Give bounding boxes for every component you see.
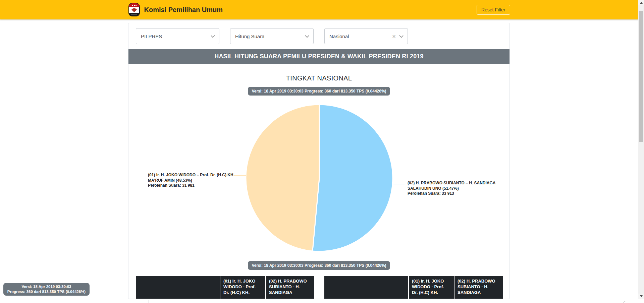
app-header: Komisi Pemilihan Umum Reset Filter: [0, 0, 638, 19]
table-header-empty: [136, 276, 220, 299]
pie-label-line: Perolehan Suara: 33 913: [408, 191, 495, 196]
pie-label-line: Perolehan Suara: 31 981: [148, 183, 234, 188]
progress-badge-bottom: Versi: 18 Apr 2019 03:30:03 Progress: 36…: [248, 261, 390, 270]
page-banner: HASIL HITUNG SUARA PEMILU PRESIDEN & WAK…: [128, 49, 509, 64]
pie-connector-02: [393, 184, 405, 184]
view-mode-value: Hitung Suara: [235, 34, 265, 39]
pie-label-candidate-02: (02) H. PRABOWO SUBIANTO – H. SANDIAGA S…: [408, 181, 495, 196]
table-header-empty: [324, 276, 408, 299]
brand-title: Komisi Pemilihan Umum: [144, 6, 223, 14]
floating-version-line1: Versi: 18 Apr 2019 03:30:03: [5, 284, 88, 289]
pie-connector-01: [234, 175, 246, 176]
pie-label-candidate-01: (01) Ir. H. JOKO WIDODO – Prof. Dr. (H.C…: [148, 173, 234, 188]
reset-filter-button[interactable]: Reset Filter: [477, 5, 510, 15]
kpu-logo[interactable]: [128, 3, 140, 16]
region-value: Nasional: [329, 34, 349, 39]
scrollbar-thumb[interactable]: [639, 11, 643, 142]
bottom-strip-divider: [149, 300, 149, 303]
section-title: TINGKAT NASIONAL: [128, 74, 509, 82]
table-header-candidate-01: (01) Ir. H. JOKO WIDODO - Prof. Dr. (H.C…: [408, 276, 454, 299]
view-mode-select[interactable]: Hitung Suara: [230, 28, 314, 44]
table-header-candidate-02: (02) H. PRABOWO SUBIANTO - H. SANDIAGA: [265, 276, 314, 299]
scroll-down-button[interactable]: [638, 294, 644, 299]
chevron-down-icon: [399, 34, 404, 38]
floating-version-line2: Progress: 360 dari 813.350 TPS (0.04426%…: [5, 289, 88, 294]
pie-slice-02[interactable]: [313, 105, 393, 251]
pie-chart: [242, 101, 396, 255]
results-card: PILPRES Hitung Suara Nasional × HASIL HI…: [128, 23, 510, 299]
results-table-left: (01) Ir. H. JOKO WIDODO - Prof. Dr. (H.C…: [136, 276, 314, 299]
bottom-strip: [0, 299, 644, 303]
floating-version-badge: Versi: 18 Apr 2019 03:30:03 Progress: 36…: [3, 283, 90, 296]
arrow-up-icon: [640, 2, 643, 4]
pie-label-line: (02) H. PRABOWO SUBIANTO – H. SANDIAGA: [408, 181, 495, 186]
election-type-value: PILPRES: [141, 34, 162, 39]
results-table-right: (01) Ir. H. JOKO WIDODO - Prof. Dr. (H.C…: [324, 276, 503, 299]
region-select[interactable]: Nasional ×: [324, 28, 408, 44]
chevron-down-icon: [211, 34, 215, 38]
pie-label-line: SALAHUDIN UNO (51.47%): [408, 186, 495, 191]
arrow-down-icon: [640, 295, 643, 297]
partial-element-fragment: [623, 301, 644, 303]
progress-badge-top: Versi: 18 Apr 2019 03:30:03 Progress: 36…: [248, 87, 390, 96]
pie-label-line: MA'RUF AMIN (48.53%): [148, 178, 234, 183]
table-header-candidate-02: (02) H. PRABOWO SUBIANTO - H. SANDIAGA: [454, 276, 503, 299]
pie-slice-01[interactable]: [246, 105, 319, 251]
clear-icon[interactable]: ×: [392, 33, 396, 40]
table-header-candidate-01: (01) Ir. H. JOKO WIDODO - Prof. Dr. (H.C…: [220, 276, 265, 299]
tables-region: (01) Ir. H. JOKO WIDODO - Prof. Dr. (H.C…: [128, 276, 509, 299]
election-type-select[interactable]: PILPRES: [136, 28, 219, 44]
vertical-scrollbar[interactable]: [638, 0, 644, 299]
scroll-up-button[interactable]: [638, 0, 644, 5]
chevron-down-icon: [305, 34, 309, 38]
pie-label-line: (01) Ir. H. JOKO WIDODO – Prof. Dr. (H.C…: [148, 173, 234, 178]
